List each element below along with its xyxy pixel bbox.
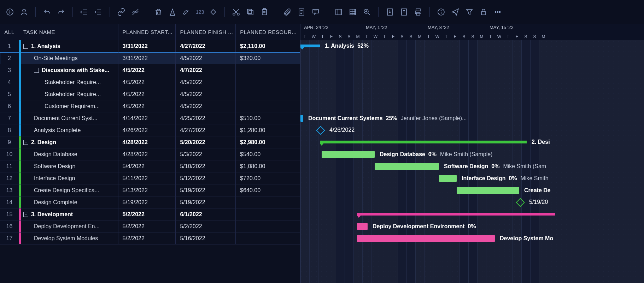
task-cell[interactable]: −Discussions with Stake... [19, 64, 118, 76]
task-row[interactable]: 2On-Site Meetings3/31/20224/5/2022$320.0… [0, 52, 300, 64]
row-number[interactable]: 3 [0, 64, 19, 76]
planned-resource-cell[interactable]: $2,110.00 [236, 40, 300, 52]
planned-finish-cell[interactable]: 5/19/2022 [176, 196, 236, 208]
column-numbering-label[interactable]: 123 [194, 9, 205, 15]
planned-finish-cell[interactable]: 6/1/2022 [176, 208, 236, 220]
planned-finish-cell[interactable]: 4/5/2022 [176, 100, 236, 112]
gantt-task-bar[interactable]: Design Database 0%Mike Smith (Sample) [322, 151, 375, 158]
row-number[interactable]: 15 [0, 208, 19, 220]
planned-resource-cell[interactable]: $1,280.00 [236, 124, 300, 136]
more-button[interactable] [491, 6, 504, 18]
gantt-task-bar[interactable]: Software Design 0%Mike Smith (Sam [375, 163, 439, 170]
planned-finish-cell[interactable]: 4/5/2022 [176, 88, 236, 100]
row-number[interactable]: 13 [0, 184, 19, 196]
task-row[interactable]: 11Software Design5/4/20225/10/2022$1,080… [0, 160, 300, 172]
planned-finish-cell[interactable]: 5/16/2022 [176, 232, 236, 244]
planned-resource-cell[interactable] [236, 196, 300, 208]
task-cell[interactable]: −1. Analysis [19, 40, 118, 52]
collapse-toggle[interactable]: − [23, 44, 28, 49]
gantt-task-bar[interactable]: Create De [457, 187, 519, 194]
col-header-resource[interactable]: PLANNED RESOUR... [236, 24, 300, 40]
planned-start-cell[interactable]: 4/5/2022 [118, 100, 176, 112]
planned-resource-cell[interactable] [236, 100, 300, 112]
planned-start-cell[interactable]: 4/5/2022 [118, 64, 176, 76]
planned-start-cell[interactable]: 5/4/2022 [118, 160, 176, 172]
task-row[interactable]: 5Stakeholder Require...4/5/20224/5/2022 [0, 88, 300, 100]
assign-user-button[interactable] [18, 6, 30, 18]
col-header-task[interactable]: TASK NAME [19, 24, 118, 40]
outdent-button[interactable] [78, 6, 90, 18]
planned-finish-cell[interactable]: 4/27/2022 [176, 124, 236, 136]
task-cell[interactable]: −3. Development [19, 208, 118, 220]
planned-start-cell[interactable]: 4/5/2022 [118, 76, 176, 88]
gantt-task-bar[interactable]: Interface Design 0%Mike Smith [439, 175, 457, 182]
col-header-all[interactable]: ALL [0, 24, 19, 40]
planned-resource-cell[interactable]: $2,980.00 [236, 136, 300, 148]
task-row[interactable]: 7Document Current Syst...4/14/20224/25/2… [0, 112, 300, 124]
row-number[interactable]: 16 [0, 220, 19, 232]
task-cell[interactable]: Design Database [19, 148, 118, 160]
annotate-button[interactable] [180, 6, 193, 18]
task-cell[interactable]: Customer Requirem... [19, 100, 118, 112]
collapse-toggle[interactable]: − [23, 212, 28, 217]
planned-resource-cell[interactable]: $720.00 [236, 172, 300, 184]
task-cell[interactable]: Stakeholder Require... [19, 76, 118, 88]
row-number[interactable]: 2 [0, 52, 19, 64]
row-number[interactable]: 12 [0, 172, 19, 184]
col-header-finish[interactable]: PLANNED FINISH ... [176, 24, 236, 40]
planned-start-cell[interactable]: 3/31/2022 [118, 52, 176, 64]
row-number[interactable]: 1 [0, 40, 19, 52]
link-button[interactable] [115, 6, 128, 18]
redo-button[interactable] [55, 6, 68, 18]
export-button[interactable] [398, 6, 410, 18]
planned-finish-cell[interactable]: 5/20/2022 [176, 136, 236, 148]
undo-button[interactable] [41, 6, 53, 18]
task-row[interactable]: 13Create Design Specifica...5/13/20225/1… [0, 184, 300, 196]
row-number[interactable]: 11 [0, 160, 19, 172]
task-cell[interactable]: Design Complete [19, 196, 118, 208]
task-row[interactable]: 8Analysis Complete4/26/20224/27/2022$1,2… [0, 124, 300, 136]
text-style-button[interactable] [166, 6, 179, 18]
planned-finish-cell[interactable]: 5/19/2022 [176, 184, 236, 196]
attach-button[interactable] [281, 6, 294, 18]
planned-finish-cell[interactable]: 5/12/2022 [176, 172, 236, 184]
lock-button[interactable] [477, 6, 490, 18]
planned-resource-cell[interactable] [236, 88, 300, 100]
gantt-task-bar[interactable]: Document Current Systems 25%Jennifer Jon… [300, 115, 303, 122]
planned-finish-cell[interactable]: 4/5/2022 [176, 52, 236, 64]
planned-finish-cell[interactable]: 4/7/2022 [176, 64, 236, 76]
task-cell[interactable]: Interface Design [19, 172, 118, 184]
planned-start-cell[interactable]: 4/26/2022 [118, 124, 176, 136]
task-row[interactable]: 9−2. Design4/28/20225/20/2022$2,980.00 [0, 136, 300, 148]
planned-resource-cell[interactable] [236, 76, 300, 88]
planned-resource-cell[interactable]: $320.00 [236, 52, 300, 64]
paste-button[interactable] [258, 6, 271, 18]
import-button[interactable] [384, 6, 396, 18]
columns-button[interactable] [332, 6, 345, 18]
add-button[interactable] [4, 6, 16, 18]
zoom-button[interactable] [361, 6, 373, 18]
send-button[interactable] [449, 6, 462, 18]
gantt-summary-bar[interactable] [357, 213, 555, 216]
planned-start-cell[interactable]: 4/5/2022 [118, 88, 176, 100]
unlink-button[interactable] [129, 6, 142, 18]
copy-button[interactable] [244, 6, 257, 18]
notes-button[interactable] [295, 6, 308, 18]
planned-resource-cell[interactable] [236, 64, 300, 76]
row-number[interactable]: 4 [0, 76, 19, 88]
task-row[interactable]: 10Design Database4/28/20225/3/2022$540.0… [0, 148, 300, 160]
col-header-start[interactable]: PLANNED START... [118, 24, 176, 40]
row-number[interactable]: 17 [0, 232, 19, 244]
task-cell[interactable]: Develop System Modules [19, 232, 118, 244]
print-button[interactable] [412, 6, 425, 18]
task-cell[interactable]: Create Design Specifica... [19, 184, 118, 196]
planned-resource-cell[interactable]: $510.00 [236, 112, 300, 124]
filter-button[interactable] [463, 6, 476, 18]
planned-start-cell[interactable]: 5/2/2022 [118, 220, 176, 232]
task-row[interactable]: 12Interface Design5/11/20225/12/2022$720… [0, 172, 300, 184]
gantt-summary-bar[interactable]: 2. Desi [320, 141, 527, 143]
planned-resource-cell[interactable]: $640.00 [236, 184, 300, 196]
cut-button[interactable] [230, 6, 242, 18]
planned-finish-cell[interactable]: 5/3/2022 [176, 148, 236, 160]
row-number[interactable]: 8 [0, 124, 19, 136]
